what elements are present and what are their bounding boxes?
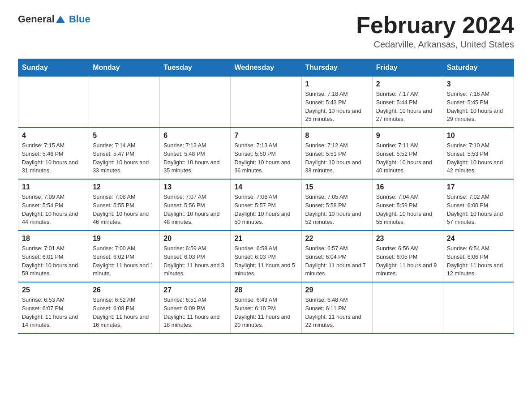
day-info: Sunrise: 6:57 AMSunset: 6:04 PMDaylight:… xyxy=(305,244,369,278)
day-info: Sunrise: 7:00 AMSunset: 6:02 PMDaylight:… xyxy=(93,244,156,278)
calendar-table: SundayMondayTuesdayWednesdayThursdayFrid… xyxy=(18,59,514,334)
location-subtitle: Cedarville, Arkansas, United States xyxy=(356,39,514,50)
day-info: Sunrise: 6:53 AMSunset: 6:07 PMDaylight:… xyxy=(22,296,85,330)
calendar-week-row: 18Sunrise: 7:01 AMSunset: 6:01 PMDayligh… xyxy=(18,231,514,282)
day-number: 27 xyxy=(163,286,227,294)
day-info: Sunrise: 7:13 AMSunset: 5:50 PMDaylight:… xyxy=(234,141,297,175)
calendar-body: 1Sunrise: 7:18 AMSunset: 5:43 PMDaylight… xyxy=(18,77,514,334)
calendar-cell: 1Sunrise: 7:18 AMSunset: 5:43 PMDaylight… xyxy=(301,77,372,128)
calendar-cell: 18Sunrise: 7:01 AMSunset: 6:01 PMDayligh… xyxy=(18,231,89,282)
day-info: Sunrise: 7:17 AMSunset: 5:44 PMDaylight:… xyxy=(376,90,439,124)
day-number: 8 xyxy=(305,132,369,140)
day-number: 29 xyxy=(305,286,369,294)
logo: General Blue xyxy=(18,13,90,25)
calendar-cell: 22Sunrise: 6:57 AMSunset: 6:04 PMDayligh… xyxy=(301,231,372,282)
calendar-cell: 14Sunrise: 7:06 AMSunset: 5:57 PMDayligh… xyxy=(231,179,301,231)
day-info: Sunrise: 7:15 AMSunset: 5:46 PMDaylight:… xyxy=(22,141,85,175)
calendar-cell: 28Sunrise: 6:49 AMSunset: 6:10 PMDayligh… xyxy=(231,282,301,334)
day-number: 25 xyxy=(22,286,85,294)
calendar-cell xyxy=(160,77,231,128)
header-row: SundayMondayTuesdayWednesdayThursdayFrid… xyxy=(18,59,514,77)
day-number: 23 xyxy=(376,235,439,243)
day-number: 24 xyxy=(447,235,510,243)
day-of-week-header: Monday xyxy=(89,59,160,77)
calendar-cell xyxy=(231,77,301,128)
day-number: 18 xyxy=(22,235,85,243)
day-info: Sunrise: 6:56 AMSunset: 6:05 PMDaylight:… xyxy=(376,244,439,278)
day-number: 10 xyxy=(447,132,510,140)
day-info: Sunrise: 7:09 AMSunset: 5:54 PMDaylight:… xyxy=(22,193,85,227)
day-info: Sunrise: 7:05 AMSunset: 5:58 PMDaylight:… xyxy=(305,193,369,227)
day-number: 13 xyxy=(163,183,227,191)
day-info: Sunrise: 6:59 AMSunset: 6:03 PMDaylight:… xyxy=(163,244,227,278)
day-number: 15 xyxy=(305,183,369,191)
calendar-cell xyxy=(18,77,89,128)
svg-marker-0 xyxy=(56,16,65,23)
day-number: 16 xyxy=(376,183,439,191)
calendar-cell: 25Sunrise: 6:53 AMSunset: 6:07 PMDayligh… xyxy=(18,282,89,334)
calendar-cell xyxy=(89,77,160,128)
calendar-week-row: 25Sunrise: 6:53 AMSunset: 6:07 PMDayligh… xyxy=(18,282,514,334)
day-info: Sunrise: 6:51 AMSunset: 6:09 PMDaylight:… xyxy=(163,296,227,330)
day-of-week-header: Thursday xyxy=(301,59,372,77)
calendar-cell: 13Sunrise: 7:07 AMSunset: 5:56 PMDayligh… xyxy=(160,179,231,231)
calendar-cell: 8Sunrise: 7:12 AMSunset: 5:51 PMDaylight… xyxy=(301,128,372,179)
logo-general: General xyxy=(18,13,55,25)
day-info: Sunrise: 7:14 AMSunset: 5:47 PMDaylight:… xyxy=(93,141,156,175)
logo-icon xyxy=(55,14,66,25)
day-number: 21 xyxy=(234,235,297,243)
calendar-cell: 19Sunrise: 7:00 AMSunset: 6:02 PMDayligh… xyxy=(89,231,160,282)
day-number: 5 xyxy=(93,132,156,140)
day-number: 9 xyxy=(376,132,439,140)
calendar-cell: 3Sunrise: 7:16 AMSunset: 5:45 PMDaylight… xyxy=(443,77,514,128)
day-info: Sunrise: 7:13 AMSunset: 5:48 PMDaylight:… xyxy=(163,141,227,175)
logo-blue: Blue xyxy=(69,13,90,25)
day-info: Sunrise: 7:10 AMSunset: 5:53 PMDaylight:… xyxy=(447,141,510,175)
day-info: Sunrise: 7:08 AMSunset: 5:55 PMDaylight:… xyxy=(93,193,156,227)
day-info: Sunrise: 7:12 AMSunset: 5:51 PMDaylight:… xyxy=(305,141,369,175)
title-section: February 2024 Cedarville, Arkansas, Unit… xyxy=(356,13,514,50)
calendar-cell: 5Sunrise: 7:14 AMSunset: 5:47 PMDaylight… xyxy=(89,128,160,179)
day-number: 7 xyxy=(234,132,297,140)
day-info: Sunrise: 6:54 AMSunset: 6:06 PMDaylight:… xyxy=(447,244,510,278)
day-number: 17 xyxy=(447,183,510,191)
day-number: 22 xyxy=(305,235,369,243)
month-year-title: February 2024 xyxy=(356,13,514,37)
logo-text: General xyxy=(18,13,66,25)
day-number: 3 xyxy=(447,80,510,88)
day-info: Sunrise: 6:52 AMSunset: 6:08 PMDaylight:… xyxy=(93,296,156,330)
day-of-week-header: Friday xyxy=(372,59,443,77)
day-number: 19 xyxy=(93,235,156,243)
calendar-cell: 12Sunrise: 7:08 AMSunset: 5:55 PMDayligh… xyxy=(89,179,160,231)
calendar-cell: 10Sunrise: 7:10 AMSunset: 5:53 PMDayligh… xyxy=(443,128,514,179)
calendar-cell: 6Sunrise: 7:13 AMSunset: 5:48 PMDaylight… xyxy=(160,128,231,179)
calendar-cell: 21Sunrise: 6:58 AMSunset: 6:03 PMDayligh… xyxy=(231,231,301,282)
day-info: Sunrise: 6:49 AMSunset: 6:10 PMDaylight:… xyxy=(234,296,297,330)
day-info: Sunrise: 7:06 AMSunset: 5:57 PMDaylight:… xyxy=(234,193,297,227)
day-info: Sunrise: 6:58 AMSunset: 6:03 PMDaylight:… xyxy=(234,244,297,278)
calendar-cell: 20Sunrise: 6:59 AMSunset: 6:03 PMDayligh… xyxy=(160,231,231,282)
day-number: 11 xyxy=(22,183,85,191)
day-number: 1 xyxy=(305,80,369,88)
day-info: Sunrise: 7:02 AMSunset: 6:00 PMDaylight:… xyxy=(447,193,510,227)
day-info: Sunrise: 7:04 AMSunset: 5:59 PMDaylight:… xyxy=(376,193,439,227)
day-number: 26 xyxy=(93,286,156,294)
day-info: Sunrise: 7:01 AMSunset: 6:01 PMDaylight:… xyxy=(22,244,85,278)
day-info: Sunrise: 7:07 AMSunset: 5:56 PMDaylight:… xyxy=(163,193,227,227)
calendar-cell: 24Sunrise: 6:54 AMSunset: 6:06 PMDayligh… xyxy=(443,231,514,282)
calendar-cell: 27Sunrise: 6:51 AMSunset: 6:09 PMDayligh… xyxy=(160,282,231,334)
calendar-cell xyxy=(372,282,443,334)
day-info: Sunrise: 7:18 AMSunset: 5:43 PMDaylight:… xyxy=(305,90,369,124)
calendar-cell: 26Sunrise: 6:52 AMSunset: 6:08 PMDayligh… xyxy=(89,282,160,334)
calendar-header: SundayMondayTuesdayWednesdayThursdayFrid… xyxy=(18,59,514,77)
day-of-week-header: Sunday xyxy=(18,59,89,77)
calendar-cell: 7Sunrise: 7:13 AMSunset: 5:50 PMDaylight… xyxy=(231,128,301,179)
calendar-cell: 15Sunrise: 7:05 AMSunset: 5:58 PMDayligh… xyxy=(301,179,372,231)
day-number: 2 xyxy=(376,80,439,88)
calendar-week-row: 1Sunrise: 7:18 AMSunset: 5:43 PMDaylight… xyxy=(18,77,514,128)
day-number: 20 xyxy=(163,235,227,243)
calendar-cell: 9Sunrise: 7:11 AMSunset: 5:52 PMDaylight… xyxy=(372,128,443,179)
calendar-cell: 2Sunrise: 7:17 AMSunset: 5:44 PMDaylight… xyxy=(372,77,443,128)
day-number: 28 xyxy=(234,286,297,294)
calendar-cell: 23Sunrise: 6:56 AMSunset: 6:05 PMDayligh… xyxy=(372,231,443,282)
